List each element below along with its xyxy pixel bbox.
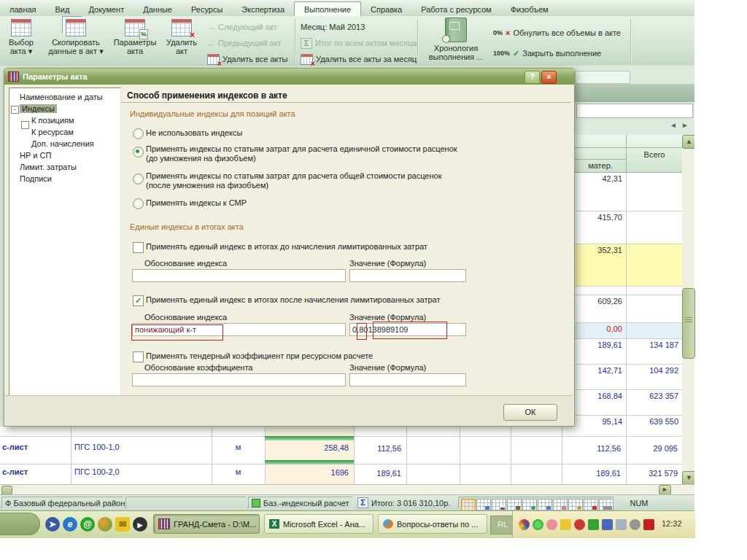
grid-row[interactable]: 609,26 bbox=[575, 295, 682, 323]
grid-row[interactable] bbox=[575, 287, 682, 295]
row-code[interactable]: ПГС 100-1,0 bbox=[74, 443, 206, 451]
checkbox-index-after-limits[interactable]: ✓ bbox=[133, 295, 144, 306]
row-code[interactable]: ПГС 100-2,0 bbox=[74, 467, 206, 476]
grid-row-selected[interactable]: 0,00 bbox=[575, 323, 682, 339]
language-indicator[interactable]: RL bbox=[490, 516, 515, 534]
grid-row[interactable]: 42,31 bbox=[575, 173, 682, 211]
copy-data-to-act-button[interactable]: Скопировать данные в акт ▾ bbox=[42, 18, 109, 63]
row-qty[interactable]: 258,48 bbox=[266, 442, 352, 452]
radio-no-indexes[interactable] bbox=[133, 128, 144, 139]
vertical-scroll-thumb[interactable] bbox=[682, 288, 695, 359]
quicklaunch-ie-icon[interactable]: e bbox=[63, 517, 77, 532]
close-execution-button[interactable]: 100% ✓ Закрыть выполнение bbox=[493, 47, 601, 60]
nav-right-icon[interactable]: ► bbox=[681, 121, 689, 129]
tree-expander-icon[interactable]: - bbox=[11, 106, 19, 114]
scroll-right-button[interactable]: ► bbox=[659, 485, 671, 495]
row-unit[interactable]: м bbox=[212, 467, 265, 476]
checkbox-tender-coefficient[interactable] bbox=[133, 351, 144, 362]
scroll-up-button[interactable]: ▲ bbox=[682, 135, 694, 149]
checkbox-after-limits-label[interactable]: Применять единый индекс в итогах после н… bbox=[146, 295, 440, 304]
select-act-button[interactable]: Выбор акта ▾ bbox=[1, 18, 41, 63]
delete-month-acts-button[interactable]: × Удалить все акты за месяц bbox=[301, 52, 417, 66]
checkbox-tender-label[interactable]: Применять тендерный коэффициент при ресу… bbox=[146, 351, 373, 360]
row-unit[interactable]: м bbox=[212, 443, 265, 451]
row-total[interactable]: 29 095 bbox=[627, 443, 681, 453]
grid-row-highlighted[interactable]: 352,31 bbox=[575, 244, 682, 287]
radio-indexes-smr[interactable] bbox=[133, 198, 144, 209]
tab-resource-work[interactable]: Работа с ресурсом bbox=[411, 2, 500, 16]
taskbar-window-excel[interactable]: X Microsoft Excel - Ана... bbox=[264, 514, 374, 534]
view-mode-icon-4[interactable] bbox=[507, 499, 522, 511]
row-name[interactable]: с-лист bbox=[2, 443, 69, 451]
index-value-field-1[interactable] bbox=[349, 269, 466, 282]
view-mode-icon-1[interactable] bbox=[461, 499, 476, 511]
tray-icon-6[interactable] bbox=[588, 519, 599, 530]
checkbox-index-before-limits[interactable] bbox=[133, 242, 144, 253]
tray-icon-2[interactable] bbox=[533, 519, 543, 530]
view-mode-icon-5[interactable] bbox=[522, 499, 537, 511]
horizontal-scrollbar[interactable]: ► bbox=[0, 484, 694, 495]
tree-item-limit-costs[interactable]: Лимит. затраты bbox=[20, 163, 77, 174]
start-button[interactable] bbox=[0, 513, 40, 535]
row-qty[interactable]: 1696 bbox=[266, 467, 352, 477]
tree-item-additional[interactable]: Доп. начисления bbox=[31, 139, 94, 150]
view-mode-icon-3[interactable] bbox=[492, 499, 506, 511]
tree-item-positions[interactable]: К позициям bbox=[31, 116, 74, 127]
column-header-mater[interactable]: матер. bbox=[575, 161, 626, 170]
view-mode-icon-7[interactable] bbox=[553, 499, 568, 511]
radio-unit-cost-label[interactable]: Применять индексы по статьям затрат для … bbox=[146, 144, 457, 153]
grid-row[interactable]: 415,70 bbox=[575, 211, 682, 244]
grid-row[interactable]: 142,71 104 292 bbox=[575, 365, 682, 390]
tray-icon-7[interactable] bbox=[602, 519, 613, 530]
quicklaunch-desktop-icon[interactable]: ➤ bbox=[45, 517, 60, 532]
radio-indexes-unit-cost[interactable] bbox=[133, 147, 144, 158]
checkbox-before-limits-label[interactable]: Применять единый индекс в итогах до начи… bbox=[146, 242, 427, 251]
act-parameters-button[interactable]: % Параметры акта bbox=[111, 18, 159, 63]
ruler-icon[interactable] bbox=[599, 499, 614, 511]
radio-smr-label[interactable]: Применять индексы к СМР bbox=[146, 198, 247, 207]
coefficient-justification-field[interactable] bbox=[132, 373, 346, 386]
radio-indexes-total-cost[interactable] bbox=[133, 174, 144, 184]
nav-left-icon[interactable]: ◄ bbox=[670, 121, 677, 129]
taskbar-window-grand-smeta[interactable]: ГРАНД-Смета - D:\M... bbox=[153, 514, 260, 534]
quicklaunch-agent-icon[interactable] bbox=[98, 517, 112, 532]
delete-act-button[interactable]: × Удалить акт bbox=[160, 18, 203, 63]
index-justification-field-1[interactable] bbox=[132, 269, 346, 282]
row-name[interactable]: с-лист bbox=[2, 467, 69, 476]
dialog-title-bar[interactable]: Параметры акта bbox=[4, 69, 574, 85]
taskbar-window-browser[interactable]: Вопросы-ответы по ... bbox=[378, 514, 487, 534]
grid-header-total[interactable]: Всего bbox=[627, 135, 682, 173]
tab-view[interactable]: Вид bbox=[46, 2, 80, 16]
tray-icon-3[interactable] bbox=[546, 519, 557, 530]
tree-item-resources[interactable]: К ресурсам bbox=[31, 128, 74, 139]
tree-item-names-dates[interactable]: Наименование и даты bbox=[20, 93, 103, 104]
tab-expertise[interactable]: Экспертиза bbox=[232, 2, 294, 16]
tab-execution[interactable]: Выполнение bbox=[294, 1, 361, 17]
row-price[interactable]: 189,61 bbox=[355, 467, 405, 478]
delete-all-acts-button[interactable]: × Удалить все акты bbox=[207, 52, 287, 66]
scroll-down-button[interactable]: ▼ bbox=[682, 471, 694, 484]
view-mode-icon-2[interactable] bbox=[476, 499, 491, 511]
row-price[interactable]: 112,56 bbox=[355, 443, 405, 453]
row-mater[interactable]: 189,61 bbox=[563, 467, 624, 478]
tray-icon-5[interactable] bbox=[574, 519, 585, 530]
view-mode-icon-6[interactable] bbox=[538, 499, 552, 511]
quicklaunch-mail-icon[interactable]: ✉ bbox=[115, 517, 130, 532]
tree-item-nrsp[interactable]: НР и СП bbox=[20, 151, 51, 162]
tray-icon-9[interactable] bbox=[630, 519, 640, 530]
tab-document[interactable]: Документ bbox=[79, 2, 133, 16]
coefficient-value-field[interactable] bbox=[349, 373, 466, 386]
tree-item-indexes[interactable]: Индексы bbox=[20, 104, 57, 115]
tab-help[interactable]: Справка bbox=[361, 2, 411, 16]
grid-row[interactable]: 189,61 134 187 bbox=[575, 339, 682, 365]
view-mode-icon-8[interactable] bbox=[568, 499, 583, 511]
dialog-close-button[interactable]: × bbox=[541, 71, 557, 84]
tray-icon-1[interactable] bbox=[519, 519, 530, 530]
quicklaunch-player-icon[interactable]: ▶ bbox=[133, 517, 147, 532]
radio-total-cost-label[interactable]: Применять индексы по статьям затрат для … bbox=[146, 171, 442, 180]
quicklaunch-chat-icon[interactable]: @ bbox=[80, 517, 95, 532]
chronology-button[interactable]: Хронология выполнения ... bbox=[425, 18, 487, 63]
row-total[interactable]: 321 579 bbox=[627, 467, 681, 478]
grid-row[interactable]: 168,84 623 357 bbox=[575, 390, 682, 416]
ok-button[interactable]: ОК bbox=[503, 404, 557, 421]
